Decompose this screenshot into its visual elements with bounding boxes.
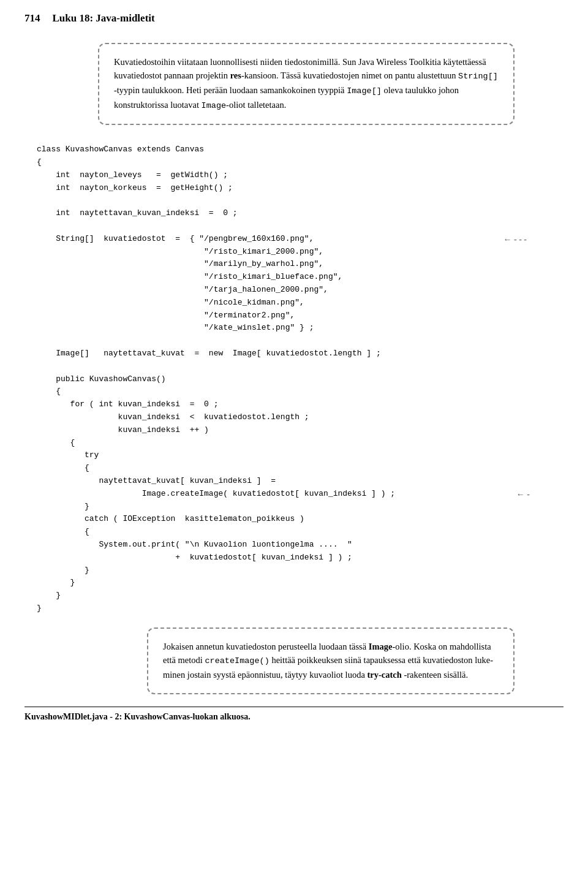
code-line-18 bbox=[37, 360, 564, 373]
arrow2: ← - bbox=[516, 488, 530, 501]
code-line-16 bbox=[37, 335, 564, 347]
code-line-34: } bbox=[37, 564, 564, 577]
code-line-27: naytettavat_kuvat[ kuvan_indeksi ] = bbox=[37, 475, 564, 488]
code-line-9: "/risto_kimari_2000.png", bbox=[37, 246, 564, 259]
code-line-30: catch ( IOException kasittelematon_poikk… bbox=[37, 513, 564, 526]
code-line-32: System.out.print( "\n Kuvaolion luontion… bbox=[37, 539, 564, 552]
code-line-31: { bbox=[37, 526, 564, 539]
code-line-4: int nayton_korkeus = getHeight() ; bbox=[37, 182, 564, 195]
string-array-row: String[] kuvatiedostot = { "/pengbrew_16… bbox=[37, 233, 564, 246]
top-callout-box: Kuvatiedostoihin viitataan luonnollisest… bbox=[98, 43, 514, 125]
code-line-8: String[] kuvatiedostot = { "/pengbrew_16… bbox=[37, 233, 564, 246]
code-line-29: } bbox=[37, 501, 564, 514]
chapter-title: Luku 18: Java-midletit bbox=[53, 12, 155, 25]
code-line-2: { bbox=[37, 156, 564, 169]
arrow1: ← - - - bbox=[503, 233, 527, 246]
code-line-22: kuvan_indeksi < kuvatiedostot.length ; bbox=[37, 411, 564, 424]
code-line-35: } bbox=[37, 577, 564, 590]
code-line-6: int naytettavan_kuvan_indeksi = 0 ; bbox=[37, 207, 564, 220]
page-footer: KuvashowMIDlet.java - 2: KuvashowCanvas-… bbox=[24, 707, 564, 722]
code-line-19: public KuvashowCanvas() bbox=[37, 373, 564, 386]
code-line-11: "/risto_kimari_blueface.png", bbox=[37, 271, 564, 284]
code-line-24: { bbox=[37, 437, 564, 450]
top-callout-p1: Kuvatiedostoihin viitataan luonnollisest… bbox=[114, 55, 499, 113]
bottom-callout-p1: Jokaisen annetun kuvatiedoston perusteel… bbox=[163, 640, 499, 682]
code-line-26: { bbox=[37, 462, 564, 475]
footer-text: KuvashowMIDlet.java - 2: KuvashowCanvas-… bbox=[24, 712, 251, 721]
code-line-10: "/marilyn_by_warhol.png", bbox=[37, 258, 564, 271]
createimage-code: createImage() bbox=[205, 656, 269, 665]
code-line-3: int nayton_leveys = getWidth() ; bbox=[37, 169, 564, 182]
code-line-25: try bbox=[37, 449, 564, 462]
code-line-37: } bbox=[37, 602, 564, 615]
code-line-21: for ( int kuvan_indeksi = 0 ; bbox=[37, 398, 564, 411]
image-code: Image bbox=[202, 101, 227, 110]
page-header: 714 Luku 18: Java-midletit bbox=[24, 12, 564, 25]
code-line-12: "/tarja_halonen_2000.png", bbox=[37, 284, 564, 297]
code-line-33: + kuvatiedostot[ kuvan_indeksi ] ) ; bbox=[37, 552, 564, 564]
create-image-row: Image.createImage( kuvatiedostot[ kuvan_… bbox=[37, 488, 564, 501]
code-line-20: { bbox=[37, 385, 564, 398]
code-line-36: } bbox=[37, 590, 564, 602]
bottom-callout-box: Jokaisen annetun kuvatiedoston perusteel… bbox=[147, 627, 514, 694]
page-container: 714 Luku 18: Java-midletit Kuvatiedostoi… bbox=[0, 0, 588, 740]
code-line-13: "/nicole_kidman.png", bbox=[37, 297, 564, 309]
code-line-5 bbox=[37, 194, 564, 207]
page-number: 714 bbox=[24, 12, 40, 25]
code-block: class KuvashowCanvas extends Canvas { in… bbox=[37, 143, 564, 615]
code-line-14: "/terminator2.png", bbox=[37, 309, 564, 322]
code-line-1: class KuvashowCanvas extends Canvas bbox=[37, 143, 564, 156]
try-bold: try‑catch bbox=[367, 670, 401, 680]
code-line-17: Image[] naytettavat_kuvat = new Image[ k… bbox=[37, 347, 564, 360]
code-line-7 bbox=[37, 220, 564, 233]
res-bold: res bbox=[230, 70, 241, 80]
code-line-15: "/kate_winslet.png" } ; bbox=[37, 322, 564, 335]
code-line-28: Image.createImage( kuvatiedostot[ kuvan_… bbox=[37, 488, 564, 501]
image-bold: Image bbox=[369, 642, 393, 651]
string-code: String[] bbox=[458, 72, 498, 81]
image-array-code: Image[] bbox=[347, 86, 382, 96]
code-line-23: kuvan_indeksi ++ ) bbox=[37, 424, 564, 437]
